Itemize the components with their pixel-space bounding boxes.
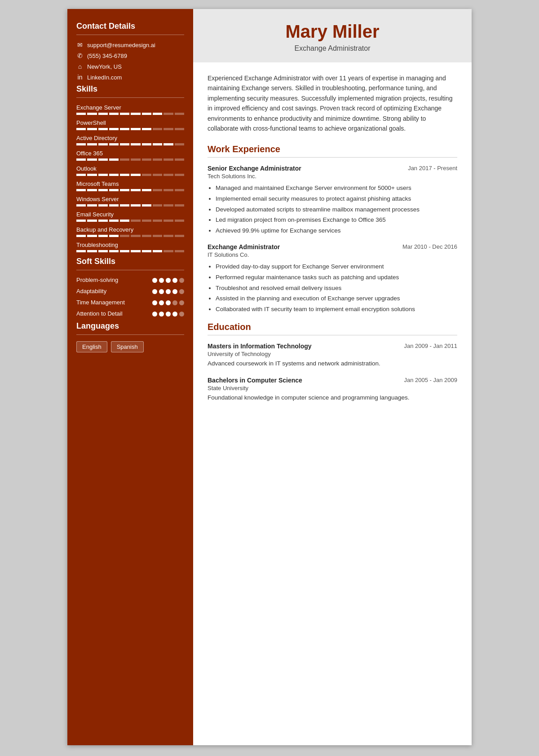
skill-segment — [175, 235, 184, 237]
contact-location: ⌂ NewYork, US — [76, 63, 184, 70]
skill-name: Office 365 — [76, 150, 184, 157]
skill-segment — [175, 220, 184, 222]
skill-segment — [98, 128, 108, 130]
skill-segment — [163, 143, 173, 145]
skill-segment — [163, 235, 173, 237]
soft-skill-name: Problem-solving — [76, 277, 118, 284]
skill-name: Active Directory — [76, 135, 184, 141]
dot — [172, 300, 177, 305]
skill-bar — [76, 235, 184, 237]
skill-segment — [76, 143, 86, 145]
dot — [152, 278, 157, 283]
summary-text: Experienced Exchange Administrator with … — [208, 73, 457, 133]
skill-segment — [142, 220, 151, 222]
job-header: Exchange AdministratorMar 2010 - Dec 201… — [208, 243, 457, 251]
skill-segment — [109, 235, 119, 237]
job-bullets: Managed and maintained Exchange Server e… — [216, 183, 457, 235]
skill-segment — [87, 220, 97, 222]
skill-segment — [131, 143, 140, 145]
skill-name: Windows Server — [76, 196, 184, 202]
skill-item: PowerShell — [76, 119, 184, 130]
skill-segment — [109, 143, 119, 145]
skill-segment — [131, 113, 140, 115]
job-bullet: Led migration project from on-premises E… — [216, 215, 457, 225]
skill-segment — [175, 204, 184, 207]
skill-segment — [131, 235, 140, 237]
skill-bar — [76, 250, 184, 252]
skill-segment — [98, 204, 108, 207]
skill-bar — [76, 204, 184, 207]
work-experience-section: Work Experience Senior Exchange Administ… — [208, 144, 457, 314]
skill-segment — [175, 128, 184, 130]
skill-segment — [98, 174, 108, 176]
edu-desc: Advanced coursework in IT systems and ne… — [208, 359, 457, 368]
soft-skills-section: Soft Skills Problem-solvingAdaptabilityT… — [76, 257, 184, 318]
job-company: Tech Solutions Inc. — [208, 173, 457, 180]
skill-segment — [163, 174, 173, 176]
skill-segment — [153, 128, 162, 130]
skill-name: Backup and Recovery — [76, 226, 184, 233]
job-entry: Exchange AdministratorMar 2010 - Dec 201… — [208, 243, 457, 314]
skill-item: Backup and Recovery — [76, 226, 184, 237]
skill-segment — [98, 113, 108, 115]
education-list: Masters in Information TechnologyJan 200… — [208, 343, 457, 402]
skill-segment — [76, 204, 86, 207]
skill-segment — [131, 158, 140, 161]
skill-segment — [163, 158, 173, 161]
skill-item: Email Security — [76, 211, 184, 222]
skill-item: Microsoft Teams — [76, 180, 184, 191]
soft-skill-item: Adaptability — [76, 288, 184, 295]
education-title: Education — [208, 322, 457, 332]
soft-skills-list: Problem-solvingAdaptabilityTime Manageme… — [76, 277, 184, 318]
job-title: Senior Exchange Administrator — [208, 165, 301, 172]
soft-skill-item: Attention to Detail — [76, 310, 184, 318]
skill-item: Outlook — [76, 165, 184, 176]
dot — [172, 312, 177, 316]
job-entry: Senior Exchange AdministratorJan 2017 - … — [208, 165, 457, 235]
skill-bar — [76, 143, 184, 145]
skill-segment — [131, 174, 140, 176]
job-bullet: Managed and maintained Exchange Server e… — [216, 183, 457, 193]
skill-segment — [109, 174, 119, 176]
contact-divider — [76, 35, 184, 35]
edu-header: Masters in Information TechnologyJan 200… — [208, 343, 457, 350]
skill-item: Windows Server — [76, 196, 184, 207]
language-tags: EnglishSpanish — [76, 341, 184, 352]
skill-segment — [142, 128, 151, 130]
languages-title: Languages — [76, 321, 184, 331]
skill-segment — [76, 220, 86, 222]
skill-segment — [87, 204, 97, 207]
soft-skills-title: Soft Skills — [76, 257, 184, 266]
skill-name: Microsoft Teams — [76, 180, 184, 187]
skill-segment — [76, 235, 86, 237]
skill-bar — [76, 113, 184, 115]
skill-item: Exchange Server — [76, 104, 184, 115]
contact-linkedin: in LinkedIn.com — [76, 74, 184, 81]
work-experience-title: Work Experience — [208, 144, 457, 154]
dot — [152, 312, 157, 316]
education-section: Education Masters in Information Technol… — [208, 322, 457, 402]
skill-segment — [153, 235, 162, 237]
skill-name: Email Security — [76, 211, 184, 218]
skill-segment — [175, 113, 184, 115]
languages-section: Languages EnglishSpanish — [76, 321, 184, 352]
skill-segment — [120, 220, 129, 222]
education-divider — [208, 335, 457, 335]
job-bullet: Assisted in the planning and execution o… — [216, 294, 457, 303]
skill-segment — [153, 220, 162, 222]
skill-segment — [163, 250, 173, 252]
edu-school: University of Technology — [208, 351, 457, 357]
skill-segment — [120, 250, 129, 252]
job-date: Mar 2010 - Dec 2016 — [402, 243, 457, 250]
dot — [166, 278, 171, 283]
soft-skills-divider — [76, 270, 184, 270]
phone-icon: ✆ — [76, 52, 84, 59]
work-experience-divider — [208, 157, 457, 158]
skill-segment — [153, 113, 162, 115]
skill-segment — [109, 128, 119, 130]
edu-desc: Foundational knowledge in computer scien… — [208, 393, 457, 402]
dot — [159, 300, 164, 305]
skill-segment — [163, 220, 173, 222]
skill-segment — [120, 158, 129, 161]
skill-segment — [153, 250, 162, 252]
